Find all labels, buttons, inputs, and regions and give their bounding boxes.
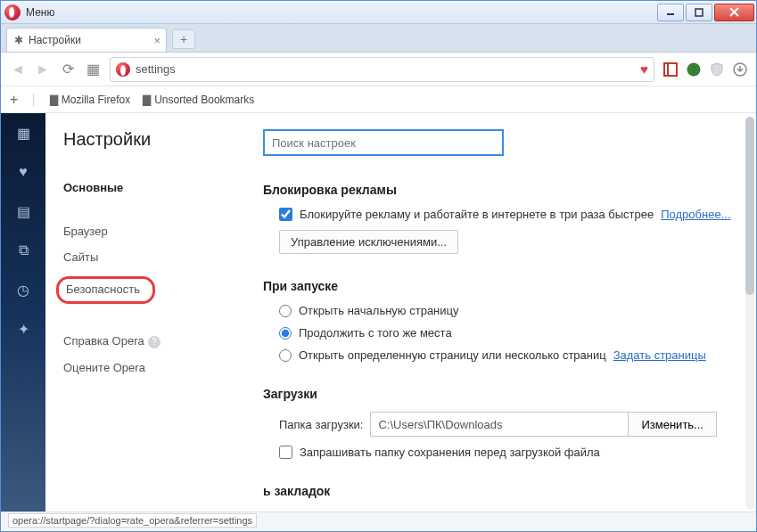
download-folder-label: Папка загрузки: [279, 418, 363, 431]
startup-label-home: Открыть начальную страницу [299, 304, 459, 317]
page-title: Настройки [63, 129, 263, 150]
speed-dial-sidebar: ▦ ♥ ▤ ⧉ ◷ ✦ [1, 113, 45, 513]
set-pages-link[interactable]: Задать страницы [613, 348, 706, 362]
sidebar-item-browser[interactable]: Браузер [63, 218, 263, 244]
section-heading: Загрузки [263, 387, 747, 401]
settings-search-input[interactable] [263, 129, 504, 156]
bookmarks-bar: + │ ▇Mozilla Firefox ▇Unsorted Bookmarks [1, 86, 756, 113]
help-icon: ? [148, 336, 160, 348]
svg-rect-1 [695, 9, 703, 16]
history-icon[interactable]: ◷ [14, 281, 32, 299]
change-folder-button[interactable]: Изменить... [629, 412, 716, 437]
folder-icon: ▇ [50, 94, 58, 106]
add-bookmark-button[interactable]: + [10, 92, 18, 108]
minimize-button[interactable] [657, 4, 684, 21]
sidebar-item-sites[interactable]: Сайты [63, 244, 263, 270]
vpn-globe-icon[interactable] [687, 62, 701, 77]
heart-icon[interactable]: ♥ [640, 61, 648, 77]
forward-icon[interactable]: ► [35, 61, 51, 78]
shield-icon[interactable] [710, 62, 724, 77]
settings-sidebar: Настройки Основные Браузер Сайты Безопас… [45, 113, 263, 513]
download-folder-input[interactable] [370, 412, 629, 437]
window-titlebar: Меню [1, 1, 756, 24]
tab-settings[interactable]: ✱ Настройки × [6, 28, 167, 52]
scrollbar[interactable] [745, 117, 754, 510]
speed-dial-icon[interactable]: ▦ [85, 61, 101, 78]
startup-radio-pages[interactable] [279, 349, 292, 362]
sidebar-item-main[interactable]: Основные [63, 175, 263, 201]
scroll-thumb[interactable] [745, 117, 754, 295]
section-heading: ь закладок [263, 484, 747, 498]
devices-icon[interactable]: ⧉ [14, 241, 32, 259]
status-bar: opera://startpage/?dialog=rate_opera&ref… [1, 512, 756, 531]
tab-strip: ✱ Настройки × + [1, 24, 756, 53]
site-opera-icon [116, 62, 130, 77]
close-button[interactable] [714, 4, 754, 21]
ask-folder-checkbox[interactable] [279, 446, 292, 459]
address-bar[interactable]: ♥ [110, 57, 654, 82]
menu-button[interactable]: Меню [26, 6, 54, 19]
navigation-toolbar: ◄ ► ⟳ ▦ ♥ [1, 53, 756, 86]
grid-icon[interactable]: ▦ [14, 124, 32, 142]
ask-folder-label: Запрашивать папку сохранения перед загру… [300, 446, 600, 459]
bookmark-folder-mozilla[interactable]: ▇Mozilla Firefox [50, 94, 130, 106]
sidebar-toggle-icon[interactable] [663, 62, 678, 77]
svg-rect-4 [664, 63, 677, 76]
maximize-button[interactable] [686, 4, 712, 21]
section-downloads: Загрузки Папка загрузки: Изменить... Зап… [263, 387, 747, 459]
section-bookmarks-bar: ь закладок [263, 484, 747, 498]
bookmark-folder-unsorted[interactable]: ▇Unsorted Bookmarks [143, 94, 254, 106]
settings-content: Блокировка рекламы Блокируйте рекламу и … [263, 113, 756, 513]
sidebar-item-help[interactable]: Справка Opera? [63, 328, 263, 355]
sidebar-item-security[interactable]: Безопасность [63, 270, 263, 310]
downloads-icon[interactable] [733, 62, 747, 77]
folder-icon: ▇ [143, 94, 151, 106]
back-icon[interactable]: ◄ [10, 61, 26, 78]
adblock-more-link[interactable]: Подробнее... [661, 208, 730, 221]
status-url: opera://startpage/?dialog=rate_opera&ref… [8, 513, 257, 528]
tab-close-icon[interactable]: × [153, 34, 160, 47]
startup-radio-continue[interactable] [279, 327, 292, 340]
tab-title: Настройки [29, 34, 81, 46]
startup-label-continue: Продолжить с того же места [299, 326, 452, 340]
reload-icon[interactable]: ⟳ [60, 61, 76, 78]
startup-radio-home[interactable] [279, 305, 292, 317]
adblock-label: Блокируйте рекламу и работайте в интерне… [300, 208, 654, 221]
manage-exceptions-button[interactable]: Управление исключениями... [279, 230, 458, 254]
section-heading: При запуске [263, 279, 747, 293]
url-input[interactable] [136, 62, 635, 76]
sidebar-item-rate[interactable]: Оцените Opera [63, 355, 263, 381]
opera-logo-icon [4, 4, 21, 20]
section-startup: При запуске Открыть начальную страницу П… [263, 279, 747, 362]
new-tab-button[interactable]: + [172, 29, 195, 49]
startup-label-pages: Открыть определенную страницу или нескол… [299, 348, 606, 362]
gear-icon: ✱ [14, 34, 23, 46]
heart-icon[interactable]: ♥ [14, 163, 32, 181]
section-heading: Блокировка рекламы [263, 183, 747, 197]
section-adblock: Блокировка рекламы Блокируйте рекламу и … [263, 183, 747, 254]
news-icon[interactable]: ▤ [14, 202, 32, 220]
adblock-checkbox[interactable] [279, 208, 292, 221]
extensions-icon[interactable]: ✦ [14, 320, 32, 338]
